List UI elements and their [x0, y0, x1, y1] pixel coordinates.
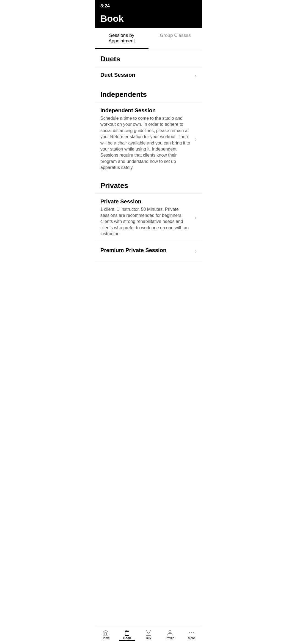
list-item[interactable]: Independent Session Schedule a time to c…	[95, 102, 202, 176]
list-item[interactable]: Private Session 1 client. 1 Instructor. …	[95, 193, 202, 242]
list-item[interactable]: Premium Private Session ›	[95, 242, 202, 260]
session-title: Duet Session	[100, 72, 191, 78]
tab-group-classes[interactable]: Group Classes	[148, 28, 202, 49]
session-title: Premium Private Session	[100, 247, 191, 253]
tab-sessions-by-appointment[interactable]: Sessions by Appointment	[95, 28, 148, 49]
status-time: 8:24	[100, 3, 110, 9]
tab-switcher: Sessions by Appointment Group Classes	[95, 28, 202, 49]
session-description: Schedule a time to come to the studio an…	[100, 115, 191, 171]
chevron-right-icon: ›	[195, 214, 197, 221]
section-header-duets: Duets	[95, 49, 202, 67]
section-header-privates: Privates	[95, 176, 202, 193]
chevron-right-icon: ›	[195, 136, 197, 142]
status-bar: 8:24	[95, 0, 202, 11]
chevron-right-icon: ›	[195, 73, 197, 79]
chevron-right-icon: ›	[195, 248, 197, 254]
list-item[interactable]: Duet Session ›	[95, 67, 202, 85]
session-content: Premium Private Session	[100, 247, 191, 255]
session-title: Private Session	[100, 198, 191, 205]
section-header-independents: Independents	[95, 85, 202, 102]
session-content: Independent Session Schedule a time to c…	[100, 107, 191, 171]
session-content: Private Session 1 client. 1 Instructor. …	[100, 198, 191, 237]
content-area: Duets Duet Session › Independents Indepe…	[95, 49, 202, 282]
session-content: Duet Session	[100, 72, 191, 80]
session-description: 1 client. 1 Instructor. 50 Minutes. Priv…	[100, 206, 191, 237]
header: Book	[95, 11, 202, 28]
session-title: Independent Session	[100, 107, 191, 114]
page-title: Book	[100, 13, 197, 24]
